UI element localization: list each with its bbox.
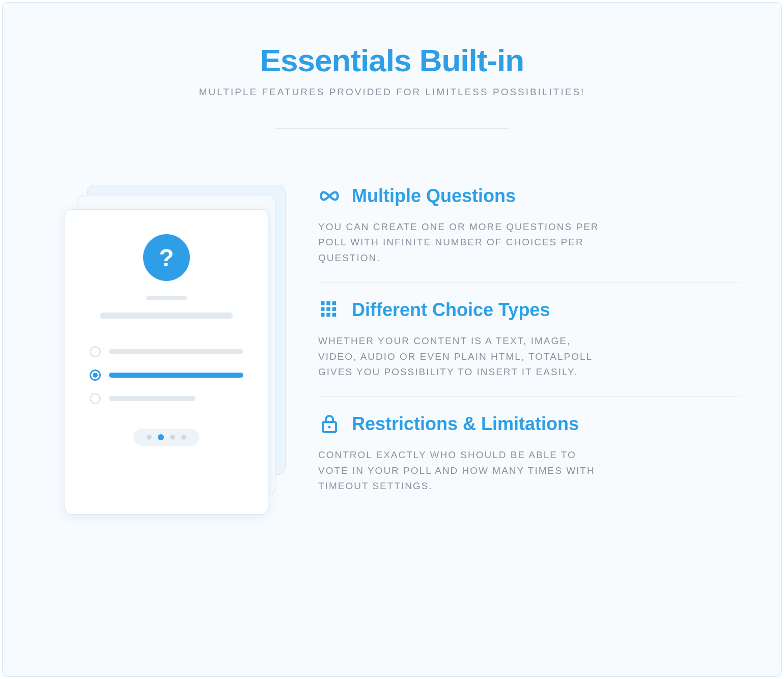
radio-selected-icon [90, 370, 101, 381]
page-subtitle: MULTIPLE FEATURES PROVIDED FOR LIMITLESS… [3, 87, 781, 98]
question-mark-icon: ? [143, 234, 190, 281]
feature-restrictions: Restrictions & Limitations CONTROL EXACT… [318, 413, 741, 510]
svg-rect-5 [332, 307, 337, 312]
card-front: ? [65, 209, 268, 515]
dot-active-icon [158, 434, 164, 440]
feature-title: Restrictions & Limitations [352, 413, 579, 435]
poll-illustration: ? [43, 185, 288, 541]
placeholder-bar [109, 396, 195, 401]
pagination-dots [133, 429, 200, 446]
radio-unselected-icon [90, 346, 101, 357]
choice-row-selected [65, 370, 268, 381]
placeholder-bar [109, 373, 243, 378]
feature-description: WHETHER YOUR CONTENT IS A TEXT, IMAGE, V… [318, 333, 603, 380]
choice-row [65, 393, 268, 404]
svg-rect-1 [326, 301, 330, 305]
content-row: ? [3, 129, 781, 541]
placeholder-bar [146, 296, 187, 300]
svg-rect-8 [332, 313, 337, 317]
choice-row [65, 346, 268, 357]
feature-description: CONTROL EXACTLY WHO SHOULD BE ABLE TO VO… [318, 447, 603, 494]
feature-multiple-questions: Multiple Questions YOU CAN CREATE ONE OR… [318, 185, 741, 282]
lock-icon [318, 413, 341, 435]
dot-icon [181, 435, 186, 440]
svg-rect-7 [326, 313, 330, 317]
dot-icon [170, 435, 175, 440]
svg-rect-3 [321, 307, 325, 312]
svg-rect-4 [326, 307, 330, 312]
grid-icon [318, 299, 341, 321]
radio-unselected-icon [90, 393, 101, 404]
dot-icon [147, 435, 152, 440]
svg-rect-6 [321, 313, 325, 317]
page-title: Essentials Built-in [3, 42, 781, 78]
feature-choice-types: Different Choice Types WHETHER YOUR CONT… [318, 299, 741, 397]
svg-point-10 [328, 426, 331, 429]
feature-description: YOU CAN CREATE ONE OR MORE QUESTIONS PER… [318, 219, 603, 266]
svg-rect-0 [321, 301, 325, 305]
feature-title: Different Choice Types [352, 299, 550, 321]
essentials-panel: Essentials Built-in MULTIPLE FEATURES PR… [2, 2, 782, 677]
header: Essentials Built-in MULTIPLE FEATURES PR… [3, 3, 781, 129]
features-list: Multiple Questions YOU CAN CREATE ONE OR… [288, 185, 741, 541]
svg-rect-2 [332, 301, 337, 305]
placeholder-bar [109, 349, 243, 354]
feature-title: Multiple Questions [352, 185, 516, 207]
placeholder-bar [100, 313, 233, 319]
infinity-icon [318, 185, 341, 207]
